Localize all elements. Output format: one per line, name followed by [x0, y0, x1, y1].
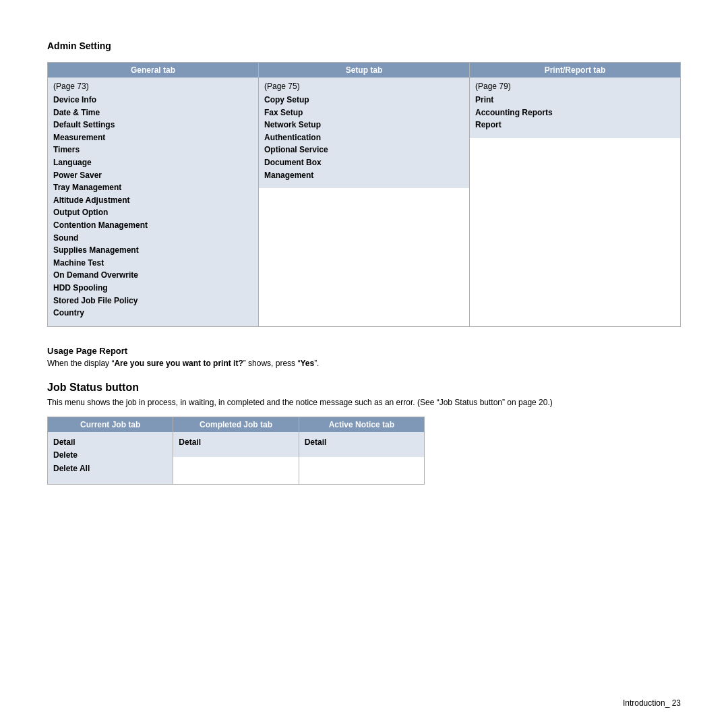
print-report-item-report: Report: [475, 119, 675, 131]
print-report-tab-header: Print/Report tab: [470, 63, 680, 78]
active-notice-tab-body: Detail: [299, 432, 424, 458]
job-status-button-title: Job Status button: [47, 382, 681, 394]
job-status-table: Current Job tab Detail Delete Delete All…: [47, 417, 425, 485]
current-job-tab-header: Current Job tab: [48, 417, 173, 432]
usage-bold-question: Are you sure you want to print it?: [114, 359, 243, 368]
setup-tab-header: Setup tab: [259, 63, 469, 78]
general-tab-page-ref: (Page 73): [53, 82, 253, 91]
general-item-supplies-management: Supplies Management: [53, 244, 253, 257]
current-job-item-delete: Delete: [53, 449, 167, 462]
page-footer: Introduction_ 23: [623, 698, 681, 708]
general-item-altitude-adjustment: Altitude Adjustment: [53, 194, 253, 207]
general-item-power-saver: Power Saver: [53, 169, 253, 182]
completed-job-tab-header: Completed Job tab: [173, 417, 298, 432]
active-notice-tab-header: Active Notice tab: [299, 417, 424, 432]
active-notice-item-detail: Detail: [305, 436, 419, 450]
current-job-item-delete-all: Delete All: [53, 462, 167, 476]
setup-item-document-box: Document Box: [264, 156, 464, 169]
completed-job-tab-body: Detail: [173, 432, 298, 458]
completed-job-tab-column: Completed Job tab Detail: [173, 417, 299, 484]
general-tab-body: (Page 73) Device Info Date & Time Defaul…: [48, 78, 258, 326]
general-item-tray-management: Tray Management: [53, 181, 253, 194]
current-job-tab-column: Current Job tab Detail Delete Delete All: [48, 417, 173, 484]
general-item-measurement: Measurement: [53, 131, 253, 144]
print-report-tab-page-ref: (Page 79): [475, 82, 675, 91]
print-report-item-print: Print: [475, 94, 675, 107]
active-notice-tab-column: Active Notice tab Detail: [299, 417, 424, 484]
current-job-item-detail: Detail: [53, 436, 167, 450]
admin-setting-table: General tab (Page 73) Device Info Date &…: [47, 62, 681, 327]
general-item-timers: Timers: [53, 144, 253, 156]
print-report-item-accounting-reports: Accounting Reports: [475, 107, 675, 119]
general-item-contention-management: Contention Management: [53, 219, 253, 232]
usage-text-middle: ” shows, press “: [243, 359, 301, 368]
job-status-button-section: Job Status button This menu shows the jo…: [47, 382, 681, 485]
admin-setting-title: Admin Setting: [47, 40, 681, 51]
usage-page-report-section: Usage Page Report When the display “Are …: [47, 346, 681, 368]
current-job-tab-body: Detail Delete Delete All: [48, 432, 173, 484]
job-status-description: This menu shows the job in process, in w…: [47, 398, 681, 407]
usage-text-before: When the display “: [47, 359, 114, 368]
setup-item-management: Management: [264, 169, 464, 182]
print-report-tab-body: (Page 79) Print Accounting Reports Repor…: [470, 78, 680, 138]
general-item-sound: Sound: [53, 232, 253, 245]
completed-job-item-detail: Detail: [179, 436, 293, 450]
general-item-default-settings: Default Settings: [53, 119, 253, 131]
general-item-date-time: Date & Time: [53, 107, 253, 119]
general-item-device-info: Device Info: [53, 94, 253, 107]
usage-page-report-text: When the display “Are you sure you want …: [47, 359, 681, 368]
general-item-hdd-spooling: HDD Spooling: [53, 282, 253, 295]
setup-tab-body: (Page 75) Copy Setup Fax Setup Network S…: [259, 78, 469, 188]
general-item-output-option: Output Option: [53, 206, 253, 219]
general-tab-column: General tab (Page 73) Device Info Date &…: [48, 63, 259, 326]
general-item-machine-test: Machine Test: [53, 257, 253, 270]
general-item-country: Country: [53, 307, 253, 320]
setup-item-copy-setup: Copy Setup: [264, 94, 464, 107]
usage-page-report-title: Usage Page Report: [47, 346, 681, 356]
general-item-on-demand-overwrite: On Demand Overwrite: [53, 269, 253, 282]
usage-bold-yes: Yes: [300, 359, 314, 368]
setup-tab-page-ref: (Page 75): [264, 82, 464, 91]
general-item-stored-job-file-policy: Stored Job File Policy: [53, 295, 253, 307]
general-item-language: Language: [53, 156, 253, 169]
setup-item-optional-service: Optional Service: [264, 144, 464, 156]
setup-item-authentication: Authentication: [264, 131, 464, 144]
general-tab-header: General tab: [48, 63, 258, 78]
usage-text-after: ”.: [314, 359, 319, 368]
setup-tab-column: Setup tab (Page 75) Copy Setup Fax Setup…: [259, 63, 470, 326]
setup-item-fax-setup: Fax Setup: [264, 107, 464, 119]
print-report-tab-column: Print/Report tab (Page 79) Print Account…: [470, 63, 680, 326]
setup-item-network-setup: Network Setup: [264, 119, 464, 131]
